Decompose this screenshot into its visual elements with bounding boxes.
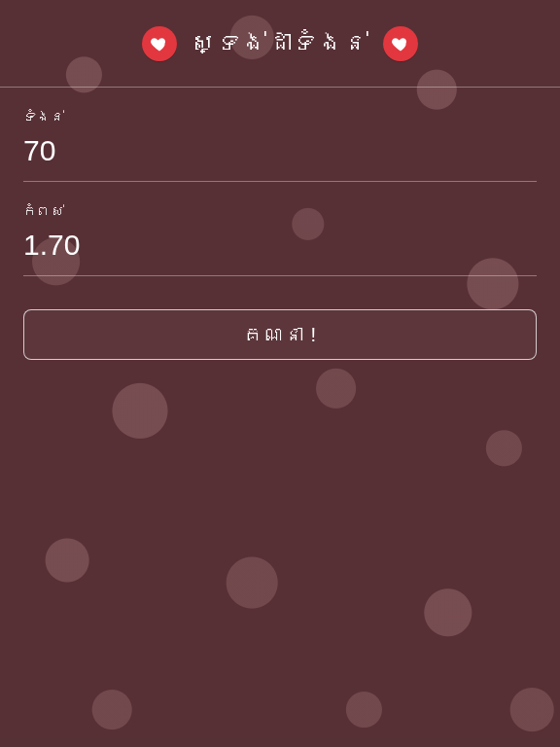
button-row: គណនា ! xyxy=(0,276,560,360)
height-label: កំពស់ xyxy=(23,203,537,219)
calculate-button[interactable]: គណនា ! xyxy=(23,309,537,360)
header: ស្ទង់ដាទំងន់ xyxy=(0,0,560,88)
height-field: កំពស់ xyxy=(23,182,537,276)
weight-input[interactable] xyxy=(23,134,537,181)
heart-icon xyxy=(383,26,418,61)
form: ទំងន់ កំពស់ xyxy=(0,88,560,276)
weight-field: ទំងន់ xyxy=(23,88,537,182)
height-input[interactable] xyxy=(23,229,537,275)
page-title: ស្ទង់ដាទំងន់ xyxy=(191,28,369,58)
weight-label: ទំងន់ xyxy=(23,109,537,124)
heart-icon xyxy=(142,26,177,61)
app-screen: ស្ទង់ដាទំងន់ ទំងន់ កំពស់ គណនា ! xyxy=(0,0,560,747)
